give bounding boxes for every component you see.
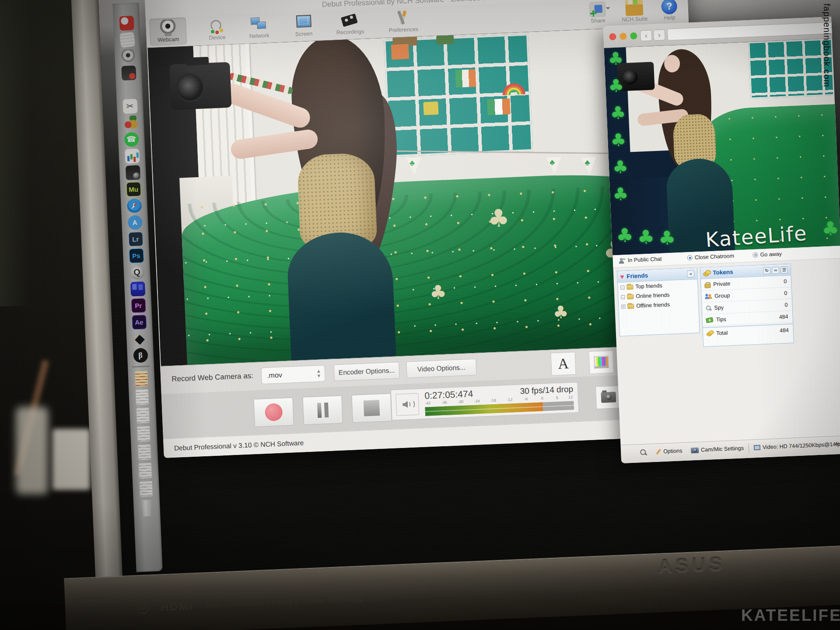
dock-notes-app[interactable] (119, 32, 135, 47)
dock-adobe-muse[interactable]: Mu (126, 182, 141, 196)
dock-webcam-app[interactable] (120, 49, 135, 63)
fps-readout: 30 fps/14 drop (520, 385, 573, 396)
dock-app-store[interactable]: A (127, 215, 142, 230)
dock-document[interactable] (134, 371, 148, 387)
folder-icon (627, 304, 634, 309)
go-away-label: Go away (760, 251, 782, 258)
cam-mic-settings-control[interactable]: Cam/Mic Settings (691, 445, 744, 453)
stop-button[interactable] (351, 393, 392, 423)
dock-beta-app[interactable]: β (133, 348, 148, 363)
tick-label: -18 (490, 398, 496, 403)
tab-label: Recordings (332, 28, 369, 36)
go-away-control[interactable]: Go away (752, 251, 782, 258)
dock-document[interactable] (139, 481, 153, 497)
tick-label: -6 (524, 397, 528, 401)
tool-share[interactable]: Share (581, 0, 615, 28)
dock-media-player-red[interactable] (119, 15, 134, 30)
dock-adobe-after-effects[interactable]: Ae (132, 315, 147, 329)
options-control[interactable]: Options (655, 448, 682, 455)
heart-icon: ♥ (620, 273, 624, 280)
tab-webcam[interactable]: Webcam (149, 18, 187, 46)
dock-unity[interactable]: ◆ (132, 331, 147, 346)
dock-clipper-app[interactable]: ✂ (122, 98, 137, 113)
dock-media-bins-app[interactable] (130, 281, 145, 296)
dock-separator (132, 366, 150, 368)
zoom-window-button[interactable] (630, 32, 637, 40)
radio-dot-icon (687, 255, 692, 260)
address-bar[interactable] (667, 21, 840, 41)
snapshot-button[interactable] (595, 385, 622, 409)
dock-document[interactable] (137, 426, 150, 442)
dock-adobe-photoshop[interactable]: Ps (129, 248, 144, 263)
zoom-control[interactable] (640, 449, 647, 456)
forward-button[interactable]: › (653, 29, 665, 41)
dock-calculator-app[interactable] (122, 82, 136, 97)
mute-button[interactable] (396, 393, 419, 416)
clover-icon: ♣ (610, 130, 626, 150)
dock-document[interactable] (138, 444, 151, 460)
clover-icon: ♣ (612, 157, 629, 177)
dock-document[interactable] (135, 389, 149, 405)
format-select[interactable]: .mov ▲▼ (261, 365, 325, 384)
collapse-panel-button[interactable]: « (687, 270, 695, 277)
dock-adobe-premiere[interactable]: Pr (131, 298, 146, 313)
tab-label: Network (241, 32, 278, 40)
expander-icon[interactable]: + (621, 304, 625, 308)
token-value: 484 (779, 314, 788, 320)
color-bars-button[interactable] (588, 350, 614, 374)
av-cable-icon (208, 17, 226, 35)
clover-icon: ♣ (608, 48, 624, 69)
expander-icon[interactable]: - (621, 295, 625, 299)
expander-icon[interactable]: - (620, 285, 624, 289)
dock-document[interactable] (136, 407, 150, 424)
dock-document[interactable] (138, 462, 152, 479)
close-window-button[interactable] (609, 33, 616, 41)
tick-label: -36 (441, 400, 447, 405)
money-icon (706, 317, 714, 323)
folder-icon (627, 294, 634, 299)
dock-screen-recorder-app[interactable] (121, 65, 136, 80)
cassette-icon (341, 11, 359, 29)
record-button[interactable] (253, 397, 294, 427)
dock-safari[interactable] (126, 198, 141, 213)
dock-quicktime[interactable]: Q (130, 265, 144, 280)
tools-icon (394, 9, 412, 27)
clover-icon: ♣ (616, 224, 634, 247)
tab-preferences[interactable]: Preferences (384, 7, 422, 36)
tab-device[interactable]: Device (198, 15, 236, 44)
close-chatroom-control[interactable]: Close Chatroom (687, 253, 734, 261)
lock-icon (704, 282, 710, 287)
refresh-icon[interactable]: ↻ (763, 267, 771, 274)
tab-network[interactable]: Network (240, 14, 278, 42)
text-overlay-button[interactable]: A (551, 352, 576, 375)
statusbar-divider (749, 444, 749, 453)
back-button[interactable]: ‹ (640, 30, 652, 41)
tool-nch-suite[interactable]: NCH Suite (618, 0, 651, 26)
dock-whatsapp[interactable]: ☎ (124, 132, 139, 147)
color-bars-icon (594, 356, 609, 368)
app-store-logo: A (132, 218, 137, 226)
encoder-options-button[interactable]: Encoder Options... (333, 362, 399, 381)
pause-button[interactable] (302, 396, 343, 425)
list-icon[interactable]: ☰ (780, 266, 788, 273)
in-public-chat-status[interactable]: In Public Chat (619, 256, 662, 264)
tab-label: Device (199, 34, 236, 42)
minimize-window-button[interactable] (620, 33, 627, 40)
tool-help[interactable]: ? Help (653, 0, 686, 25)
dock-adobe-lightroom[interactable]: Lr (128, 231, 143, 246)
tab-label: Webcam (150, 36, 187, 44)
video-options-button[interactable]: Video Options... (406, 359, 476, 378)
dock-video-capture-app[interactable] (125, 165, 140, 180)
toolbox-icon (625, 0, 643, 16)
volume-control[interactable]: Volume (835, 440, 840, 448)
video-quality-readout[interactable]: Video: HD 744/1250Kbps@14fps (754, 441, 840, 451)
tab-recordings[interactable]: Recordings (331, 10, 369, 38)
binoculars-icon[interactable]: ∞ (772, 266, 780, 274)
dock-trash[interactable] (140, 500, 154, 517)
person-status-icon (619, 258, 626, 264)
tab-screen[interactable]: Screen (285, 12, 323, 40)
displayport-icon: D (138, 602, 150, 614)
dock-party-planner-app[interactable] (123, 115, 138, 130)
tick-label: 0 (541, 396, 543, 400)
dock-charts-app[interactable] (125, 148, 140, 163)
